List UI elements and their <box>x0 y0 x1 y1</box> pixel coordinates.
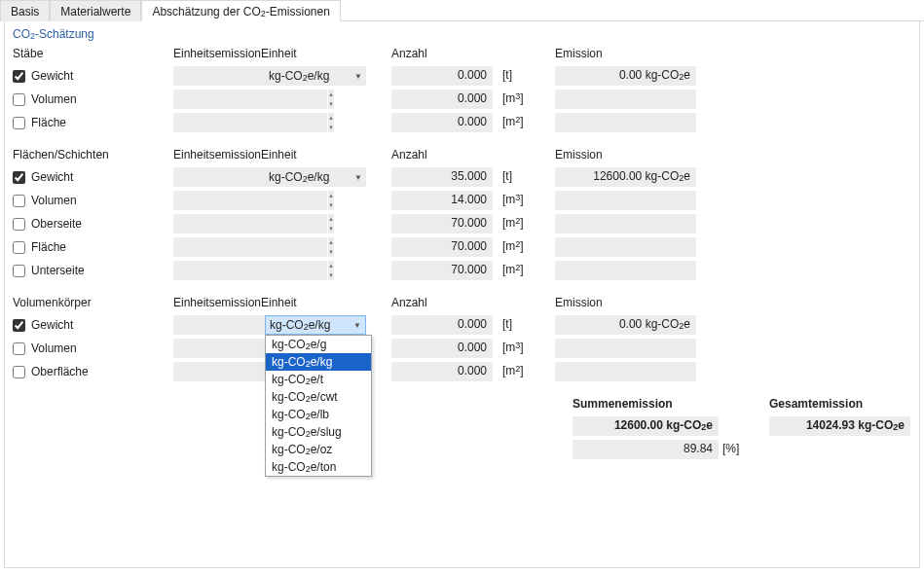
header-einheitsemission: Einheitsemission <box>173 47 261 62</box>
chevron-down-icon: ▼ <box>353 321 361 330</box>
summary-block: Summenemission Gesamtemission 12600.00 k… <box>13 397 911 459</box>
tabs: Basis Materialwerte Abschätzung der CO2-… <box>0 0 924 21</box>
dropdown-option[interactable]: kg-CO2e/g <box>266 336 371 353</box>
anzahl-value: 35.000 <box>391 167 493 187</box>
emission-value: 0.00 kg-CO2e <box>555 66 696 86</box>
anzahl-value: 70.000 <box>391 237 493 257</box>
chevron-down-icon: ▼ <box>354 173 362 182</box>
einheitsemission-input[interactable]: ▲▼ <box>173 237 257 257</box>
section-volumen: VolumenkörperEinheitsemissionEinheitAnza… <box>13 296 911 381</box>
anzahl-unit: [m2] <box>499 237 534 257</box>
checkbox-gewicht[interactable] <box>13 70 25 83</box>
header-einheitsemission: Einheitsemission <box>173 148 261 163</box>
header-einheit: Einheit <box>261 47 368 62</box>
einheitsemission-input[interactable]: ▲▼ <box>173 167 257 187</box>
header-anzahl: Anzahl <box>391 296 499 311</box>
summenemission-percent: 89.84 <box>573 440 719 459</box>
row-label: Volumen <box>31 341 77 355</box>
dropdown-option[interactable]: kg-CO2e/slug <box>266 423 371 441</box>
dropdown-option[interactable]: kg-CO2e/lb <box>266 406 371 423</box>
anzahl-unit: [m2] <box>499 362 534 381</box>
checkbox-oberseite[interactable] <box>13 218 25 231</box>
row-staebe-1: Volumen <box>13 90 173 109</box>
einheitsemission-input[interactable]: ▲▼ <box>173 362 257 381</box>
checkbox-oberfläche[interactable] <box>13 366 25 378</box>
percent-unit: [%] <box>719 440 748 459</box>
anzahl-value: 0.000 <box>391 66 493 86</box>
section-title: Stäbe <box>13 47 173 62</box>
emission-value <box>555 113 696 132</box>
header-einheitsemission: Einheitsemission <box>173 296 261 311</box>
header-emission: Emission <box>555 148 701 163</box>
combo-value: kg-CO2e/kg <box>269 69 329 83</box>
summenemission-header: Summenemission <box>573 397 719 413</box>
einheitsemission-input[interactable]: ▲▼ <box>173 90 257 109</box>
emission-value <box>555 339 696 358</box>
einheit-dropdown: kg-CO2e/gkg-CO2e/kgkg-CO2e/tkg-CO2e/cwtk… <box>265 335 372 477</box>
row-label: Oberfläche <box>31 365 89 378</box>
dropdown-option[interactable]: kg-CO2e/ton <box>266 458 371 476</box>
checkbox-gewicht[interactable] <box>13 171 25 184</box>
einheitsemission-input[interactable]: ▲▼ <box>173 339 257 358</box>
row-staebe-2: Fläche <box>13 113 173 132</box>
header-einheit: Einheit <box>261 296 368 311</box>
row-label: Fläche <box>31 240 66 254</box>
row-label: Volumen <box>31 92 77 106</box>
anzahl-value: 0.000 <box>391 362 493 381</box>
anzahl-value: 0.000 <box>391 113 493 132</box>
einheitsemission-input[interactable]: ▲▼ <box>173 315 257 335</box>
checkbox-volumen[interactable] <box>13 195 25 207</box>
checkbox-fläche[interactable] <box>13 117 25 129</box>
emission-value: 12600.00 kg-CO2e <box>555 167 696 187</box>
emission-value <box>555 261 696 280</box>
dropdown-option[interactable]: kg-CO2e/kg <box>266 353 371 371</box>
einheitsemission-input[interactable]: ▲▼ <box>173 66 257 86</box>
header-einheit: Einheit <box>261 148 368 163</box>
tab-materialwerte[interactable]: Materialwerte <box>50 0 141 21</box>
checkbox-unterseite[interactable] <box>13 265 25 277</box>
row-flaechen-3: Fläche <box>13 237 173 257</box>
dropdown-option[interactable]: kg-CO2e/oz <box>266 441 371 458</box>
header-anzahl: Anzahl <box>391 148 499 163</box>
emission-value <box>555 362 696 381</box>
dropdown-option[interactable]: kg-CO2e/t <box>266 371 371 388</box>
row-flaechen-4: Unterseite <box>13 261 173 280</box>
row-label: Gewicht <box>31 170 73 184</box>
checkbox-gewicht[interactable] <box>13 319 25 332</box>
anzahl-unit: [m3] <box>499 339 534 358</box>
section-title: Flächen/Schichten <box>13 148 173 163</box>
checkbox-fläche[interactable] <box>13 241 25 254</box>
tab-co2[interactable]: Abschätzung der CO2-Emissionen <box>141 0 340 21</box>
einheitsemission-input[interactable]: ▲▼ <box>173 214 257 234</box>
einheitsemission-input[interactable]: ▲▼ <box>173 261 257 280</box>
anzahl-unit: [t] <box>499 167 534 187</box>
row-staebe-0: Gewicht <box>13 66 173 86</box>
section-title: Volumenkörper <box>13 296 173 311</box>
panel-title: CO2-Schätzung <box>13 27 911 41</box>
einheit-combo[interactable]: kg-CO2e/kg▼ <box>265 66 366 86</box>
checkbox-volumen[interactable] <box>13 342 25 355</box>
section-staebe: StäbeEinheitsemissionEinheitAnzahlEmissi… <box>13 47 911 132</box>
anzahl-unit: [m2] <box>499 261 534 280</box>
anzahl-unit: [t] <box>499 66 534 86</box>
gesamtemission-value: 14024.93 kg-CO2e <box>769 416 910 436</box>
einheitsemission-input[interactable]: ▲▼ <box>173 113 257 132</box>
emission-value <box>555 90 696 109</box>
einheitsemission-input[interactable]: ▲▼ <box>173 191 257 210</box>
header-anzahl: Anzahl <box>391 47 499 62</box>
section-flaechen: Flächen/SchichtenEinheitsemissionEinheit… <box>13 148 911 280</box>
row-label: Oberseite <box>31 217 82 231</box>
anzahl-value: 0.000 <box>391 339 493 358</box>
gesamtemission-header: Gesamtemission <box>769 397 910 413</box>
dropdown-option[interactable]: kg-CO2e/cwt <box>266 388 371 406</box>
anzahl-value: 70.000 <box>391 261 493 280</box>
anzahl-unit: [t] <box>499 315 534 335</box>
einheit-combo[interactable]: kg-CO2e/kg▼ <box>265 167 366 187</box>
row-label: Volumen <box>31 194 77 207</box>
tab-basis[interactable]: Basis <box>0 0 50 21</box>
combo-value: kg-CO2e/kg <box>269 170 329 184</box>
checkbox-volumen[interactable] <box>13 93 25 106</box>
anzahl-value: 0.000 <box>391 90 493 109</box>
einheit-combo[interactable]: kg-CO2e/kg▼ <box>265 315 366 335</box>
co2-panel: CO2-Schätzung StäbeEinheitsemissionEinhe… <box>4 21 920 568</box>
